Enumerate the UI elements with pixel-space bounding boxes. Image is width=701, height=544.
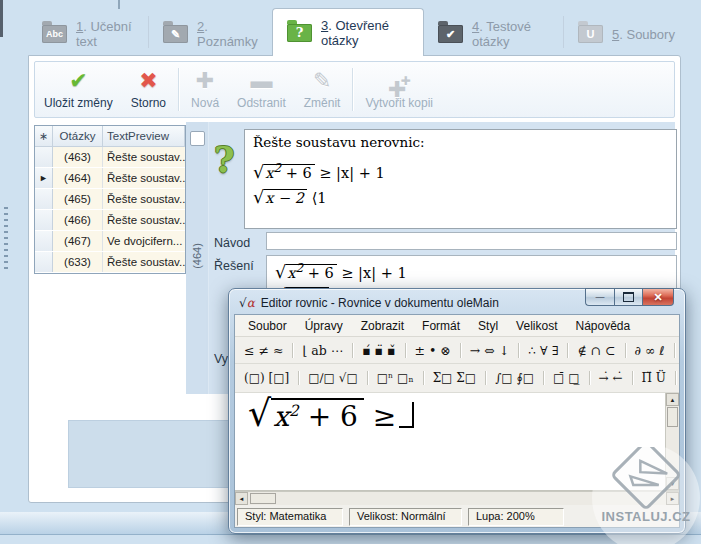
radical-sign: √ bbox=[253, 190, 264, 205]
navod-input[interactable] bbox=[266, 232, 677, 250]
palette-set-theory-symbols[interactable]: ∉ ∩ ⊂ bbox=[568, 343, 625, 358]
questions-table: ∗ Otázky TextPreview (463) Řešte soustav… bbox=[34, 125, 186, 274]
menu-upravy[interactable]: Úpravy bbox=[296, 317, 352, 335]
row-selector[interactable] bbox=[35, 210, 53, 230]
edit-label: Změnit bbox=[304, 96, 341, 110]
new-question-button[interactable]: ✚ Nová bbox=[182, 62, 228, 117]
menu-velikost[interactable]: Velikost bbox=[507, 317, 566, 335]
minimize-button[interactable]: — bbox=[585, 288, 614, 306]
new-label: Nová bbox=[191, 96, 219, 110]
create-copy-button[interactable]: ✚✚ Vytvořit kopii bbox=[356, 62, 442, 117]
row-selector[interactable] bbox=[35, 147, 53, 167]
palette-operator-symbols[interactable]: ± • ⊗ bbox=[406, 343, 461, 358]
maximize-icon bbox=[623, 292, 634, 302]
palette-bar-templates[interactable]: □̄ □̲ bbox=[544, 371, 590, 385]
menu-styl[interactable]: Styl bbox=[469, 317, 507, 335]
question-id-cell: (463) bbox=[53, 147, 103, 167]
palette-fence-templates[interactable]: (□) [□] bbox=[235, 371, 299, 385]
question-equation-1: √x2 + 6 ≥ |x| + 1 bbox=[253, 161, 668, 181]
paperclip-folder-icon: U bbox=[578, 25, 603, 43]
question-id-cell: (464) bbox=[53, 168, 103, 188]
tab-ucebni-text[interactable]: Abc 1. Učební text bbox=[28, 12, 148, 56]
tab-otevrene-otazky[interactable]: ? 3. Otevřené otázky bbox=[272, 8, 424, 56]
tab-label: 5. Soubory bbox=[612, 27, 675, 42]
table-header-row: ∗ Otázky TextPreview bbox=[35, 126, 185, 147]
equation-editor-titlebar[interactable]: √α Editor rovnic - Rovnice v dokumentu o… bbox=[239, 293, 570, 313]
palette-subscript-superscript-templates[interactable]: □ⁿ □ₙ bbox=[368, 371, 424, 385]
tab-label: 1. Učební text bbox=[76, 19, 148, 49]
menu-soubor[interactable]: Soubor bbox=[239, 317, 296, 335]
palette-matrix-templates[interactable]: ▫▫▫ ▦ bbox=[676, 371, 679, 385]
reseni-label: Řešení bbox=[214, 259, 254, 273]
table-row[interactable]: (467) Ve dvojcifern... bbox=[35, 231, 185, 252]
palette-greek-lowercase[interactable]: λ ω θ bbox=[675, 343, 679, 358]
palette-embellishments[interactable]: ▪́ ▪̈ ▪̌ bbox=[353, 343, 405, 358]
menu-zobrazit[interactable]: Zobrazit bbox=[352, 317, 413, 335]
tab-label: 2. Poznámky bbox=[197, 19, 271, 49]
app-window: Abc 1. Učební text ✎ 2. Poznámky ? 3. Ot… bbox=[0, 0, 701, 544]
scroll-left-icon[interactable]: ◄ bbox=[235, 492, 248, 505]
tab-poznamky[interactable]: ✎ 2. Poznámky bbox=[149, 12, 271, 56]
table-row[interactable]: (465) Řešte soustav... bbox=[35, 189, 185, 210]
palette-labeled-arrow-templates[interactable]: →̇ ←̇ bbox=[590, 371, 633, 385]
question-id-cell: (465) bbox=[53, 189, 103, 209]
palette-fraction-radical-templates[interactable]: □∕□ √□ bbox=[299, 371, 368, 385]
question-folder-glyph: ? bbox=[296, 25, 304, 40]
question-preview-cell: Ve dvojcifern... bbox=[103, 231, 185, 251]
row-selector[interactable] bbox=[35, 189, 53, 209]
abc-folder-icon: Abc bbox=[42, 25, 67, 43]
window-title: Editor rovnic - Rovnice v dokumentu oleM… bbox=[261, 296, 499, 310]
vertical-scroll-thumb[interactable] bbox=[667, 407, 678, 427]
scroll-up-icon[interactable]: ▲ bbox=[666, 393, 679, 406]
status-size[interactable]: Velikost: Normální bbox=[349, 508, 462, 526]
palette-arrow-symbols[interactable]: → ⇔ ↓ bbox=[461, 343, 519, 358]
equation-editor-app-icon: √α bbox=[239, 296, 255, 310]
status-style[interactable]: Styl: Matematika bbox=[237, 508, 343, 526]
palette-summation-templates[interactable]: Σ□ Σ□ bbox=[424, 371, 486, 385]
palette-spaces-ellipses[interactable]: ⌊ ab ⋯ bbox=[293, 343, 353, 358]
editor-equation: √x2 + 6 ≥ bbox=[248, 399, 414, 433]
copy-plus-icon: ✚✚ bbox=[388, 69, 411, 95]
table-row-current[interactable]: ► (464) Řešte soustav... bbox=[35, 168, 185, 189]
abc-folder-glyph: Abc bbox=[46, 29, 63, 39]
palette-logical-symbols[interactable]: ∴ ∀ ∃ bbox=[519, 343, 568, 358]
menu-napoveda[interactable]: Nápověda bbox=[566, 317, 639, 335]
table-row[interactable]: (466) Řešte soustav... bbox=[35, 210, 185, 231]
palette-integral-templates[interactable]: ∫□ ∮□ bbox=[486, 371, 544, 385]
maximize-button[interactable] bbox=[614, 288, 643, 306]
save-changes-label: Uložit změny bbox=[44, 96, 113, 110]
pencil-icon: ✎ bbox=[313, 69, 331, 95]
delete-question-button[interactable]: ▬ Odstranit bbox=[228, 62, 295, 117]
save-changes-button[interactable]: ✔ Uložit změny bbox=[35, 62, 122, 117]
table-row[interactable]: (463) Řešte soustav... bbox=[35, 147, 185, 168]
row-selector-header[interactable]: ∗ bbox=[35, 126, 53, 146]
radical-sign: √ bbox=[253, 165, 264, 180]
cancel-button[interactable]: ✖ Storno bbox=[122, 62, 175, 117]
notes-folder-glyph: ✎ bbox=[171, 28, 180, 41]
horizontal-scroll-thumb[interactable] bbox=[250, 493, 276, 504]
tab-testove-otazky[interactable]: ✔ 4. Testové otázky bbox=[424, 12, 564, 56]
partially-hidden-label: Vy bbox=[214, 352, 228, 366]
equation-editor-menubar: Soubor Úpravy Zobrazit Formát Styl Velik… bbox=[235, 315, 679, 337]
edit-question-button[interactable]: ✎ Změnit bbox=[295, 62, 350, 117]
column-header-otazky[interactable]: Otázky bbox=[53, 126, 103, 146]
template-palette-row: (□) [□] □∕□ √□ □ⁿ □ₙ Σ□ Σ□ ∫□ ∮□ □̄ □̲ →… bbox=[235, 364, 679, 393]
question-text-box[interactable]: Řešte soustavu nerovnic: √x2 + 6 ≥ |x| +… bbox=[244, 129, 677, 229]
row-selector[interactable] bbox=[35, 231, 53, 251]
column-header-textpreview[interactable]: TextPreview bbox=[103, 126, 185, 146]
menu-format[interactable]: Formát bbox=[413, 317, 469, 335]
question-id-cell: (466) bbox=[53, 210, 103, 230]
splitter-grip[interactable] bbox=[4, 207, 8, 273]
tab-soubory[interactable]: U 5. Soubory bbox=[564, 12, 681, 56]
table-row[interactable]: (633) Řešte soustav... bbox=[35, 252, 185, 273]
current-row-arrow-icon[interactable]: ► bbox=[35, 168, 53, 188]
question-preview-cell: Řešte soustav... bbox=[103, 252, 185, 272]
palette-misc-symbols[interactable]: ∂ ∞ ℓ bbox=[626, 343, 675, 358]
toolbar-separator bbox=[352, 68, 353, 111]
row-selector[interactable] bbox=[35, 252, 53, 272]
close-button[interactable]: ✕ bbox=[643, 288, 674, 306]
record-checkbox[interactable] bbox=[190, 131, 205, 146]
status-zoom[interactable]: Lupa: 200% bbox=[468, 508, 564, 526]
palette-relational-symbols[interactable]: ≤ ≠ ≈ bbox=[235, 343, 293, 358]
palette-product-set-templates[interactable]: Π̈ Ü bbox=[633, 371, 676, 385]
